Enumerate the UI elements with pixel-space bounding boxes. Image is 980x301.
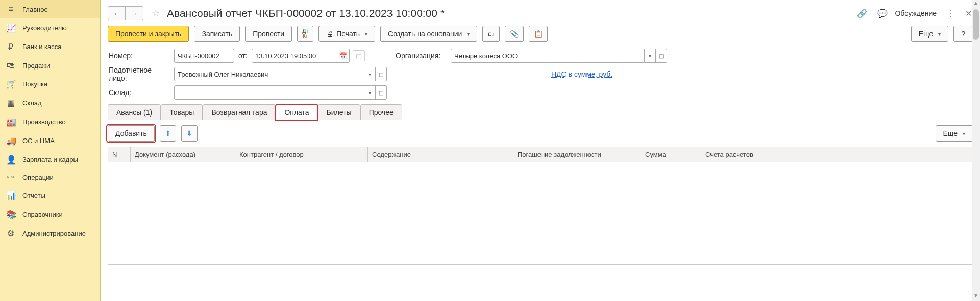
- sidebar-label: Отчеты: [22, 192, 45, 199]
- date-input[interactable]: [252, 49, 336, 63]
- sidebar-label: Продажи: [22, 62, 50, 70]
- form-row-person: Подотчетное лицо: ▾ ◫ НДС в сумме, руб.: [101, 64, 980, 84]
- tabs: Авансы (1) Товары Возвратная тара Оплата…: [108, 104, 973, 120]
- sidebar-label: Справочники: [22, 211, 63, 218]
- tab-payment[interactable]: Оплата: [276, 104, 317, 120]
- cart-icon: 🛒: [6, 79, 15, 89]
- person-open-button[interactable]: ◫: [376, 67, 387, 81]
- nav-back-button[interactable]: ←: [108, 7, 126, 20]
- sidebar-label: Банк и касса: [22, 43, 62, 51]
- calendar-button[interactable]: 📅: [336, 49, 350, 63]
- col-sum[interactable]: Сумма: [641, 147, 701, 162]
- add-button[interactable]: Добавить: [108, 125, 155, 142]
- tab-more-button[interactable]: Еще: [936, 125, 973, 142]
- close-icon[interactable]: ✕: [965, 9, 972, 18]
- link-icon[interactable]: 🔗: [857, 9, 867, 18]
- sidebar-item-operations[interactable]: ᴰᵀᴷᵀОперации: [0, 169, 100, 186]
- scroll-thumb[interactable]: [973, 9, 979, 40]
- scroll-up-icon[interactable]: ▲: [973, 0, 978, 8]
- favorite-star-icon[interactable]: ☆: [152, 8, 160, 19]
- write-button[interactable]: Записать: [194, 26, 240, 42]
- org-dropdown-button[interactable]: ▾: [645, 49, 656, 63]
- form-row-warehouse: Склад: ▾ ◫: [101, 84, 980, 101]
- sidebar-item-manager[interactable]: 📈Руководителю: [0, 18, 100, 37]
- arrow-up-icon: ⬆: [165, 129, 171, 137]
- hierarchy-icon: 🗂: [487, 30, 495, 38]
- person-input[interactable]: [174, 67, 364, 81]
- number-input[interactable]: [174, 49, 234, 63]
- from-label: от:: [234, 52, 252, 60]
- nds-link[interactable]: НДС в сумме, руб.: [551, 70, 612, 78]
- bag-icon: 🛍: [6, 61, 15, 70]
- col-content[interactable]: Содержание: [368, 147, 513, 162]
- dtkt-icon: ᴰᵀᴷᵀ: [6, 175, 15, 180]
- tab-other[interactable]: Прочее: [360, 104, 402, 120]
- move-down-button[interactable]: ⬇: [181, 125, 198, 142]
- grid-icon: ▦: [6, 98, 15, 108]
- warehouse-open-button[interactable]: ◫: [376, 85, 387, 100]
- col-document[interactable]: Документ (расхода): [131, 147, 235, 162]
- org-open-button[interactable]: ◫: [656, 49, 667, 63]
- col-n[interactable]: N: [108, 147, 131, 162]
- dialog-icon[interactable]: ▢: [353, 50, 365, 61]
- tab-return-packaging[interactable]: Возвратная тара: [203, 104, 276, 120]
- sidebar-item-bank[interactable]: ₽Банк и касса: [0, 37, 100, 56]
- person-dropdown-button[interactable]: ▾: [364, 67, 376, 81]
- sidebar-item-purchases[interactable]: 🛒Покупки: [0, 75, 100, 94]
- sidebar-item-assets[interactable]: 🚚ОС и НМА: [0, 131, 100, 150]
- table-body[interactable]: [108, 162, 972, 264]
- topbar: ← → ☆ Авансовый отчет ЧКБП-000002 от 13.…: [101, 0, 980, 26]
- org-label: Организация:: [396, 52, 451, 60]
- discuss-icon[interactable]: 💬: [877, 9, 888, 18]
- sidebar-label: Покупки: [22, 80, 47, 88]
- warehouse-label: Склад:: [109, 88, 174, 97]
- sidebar-item-sales[interactable]: 🛍Продажи: [0, 56, 100, 75]
- warehouse-dropdown-button[interactable]: ▾: [364, 85, 376, 100]
- warehouse-input[interactable]: [174, 85, 364, 100]
- col-debt[interactable]: Погашение задолженности: [513, 147, 641, 162]
- sidebar-item-hr[interactable]: 👤Зарплата и кадры: [0, 150, 100, 169]
- sidebar-label: Администрирование: [22, 229, 86, 237]
- more-button[interactable]: Еще: [911, 26, 949, 42]
- bars-icon: 📊: [6, 191, 15, 200]
- dtkt-icon: ДтКт: [302, 29, 308, 39]
- structure-button[interactable]: 🗂: [482, 26, 500, 42]
- sidebar-item-dictionaries[interactable]: 📚Справочники: [0, 205, 100, 224]
- books-icon: 📚: [6, 210, 15, 219]
- factory-icon: 🏭: [6, 117, 15, 127]
- help-button[interactable]: ?: [953, 26, 973, 42]
- tab-tickets[interactable]: Билеты: [318, 104, 360, 120]
- sidebar-item-production[interactable]: 🏭Производство: [0, 112, 100, 131]
- tab-goods[interactable]: Товары: [161, 104, 203, 120]
- sidebar-item-reports[interactable]: 📊Отчеты: [0, 186, 100, 205]
- nav-buttons: ← →: [108, 6, 143, 20]
- person-label: Подотчетное лицо:: [109, 66, 174, 82]
- org-input[interactable]: [451, 49, 645, 63]
- paperclip-icon: 📎: [510, 30, 519, 38]
- ruble-icon: ₽: [6, 42, 15, 52]
- move-up-button[interactable]: ⬆: [160, 125, 176, 142]
- discuss-label[interactable]: Обсуждение: [895, 9, 937, 17]
- tab-advances[interactable]: Авансы (1): [108, 104, 161, 120]
- sidebar-item-warehouse[interactable]: ▦Склад: [0, 94, 100, 112]
- scroll-down-icon[interactable]: ▼: [973, 293, 978, 301]
- sidebar-item-main[interactable]: ≡Главное: [0, 0, 100, 18]
- col-counterparty[interactable]: Контрагент / договор: [235, 147, 368, 162]
- truck-icon: 🚚: [6, 136, 15, 146]
- sidebar-label: Зарплата и кадры: [22, 156, 78, 164]
- notes-button[interactable]: 📋: [529, 26, 548, 42]
- gear-icon: ⚙: [6, 228, 15, 238]
- dtkt-button[interactable]: ДтКт: [297, 26, 313, 42]
- attach-button[interactable]: 📎: [505, 26, 524, 42]
- print-button[interactable]: 🖨Печать: [318, 26, 375, 42]
- col-accounts[interactable]: Счета расчетов: [701, 147, 972, 162]
- create-based-button[interactable]: Создать на основании: [380, 26, 477, 42]
- sidebar-item-admin[interactable]: ⚙Администрирование: [0, 224, 100, 243]
- vertical-scrollbar[interactable]: ▲ ▼: [972, 0, 980, 301]
- post-button[interactable]: Провести: [245, 26, 292, 42]
- more-menu-icon[interactable]: ⋮: [947, 9, 955, 18]
- nav-forward-button[interactable]: →: [126, 7, 143, 20]
- page-title: Авансовый отчет ЧКБП-000002 от 13.10.202…: [167, 7, 445, 19]
- arrow-down-icon: ⬇: [186, 129, 192, 137]
- post-close-button[interactable]: Провести и закрыть: [108, 26, 189, 42]
